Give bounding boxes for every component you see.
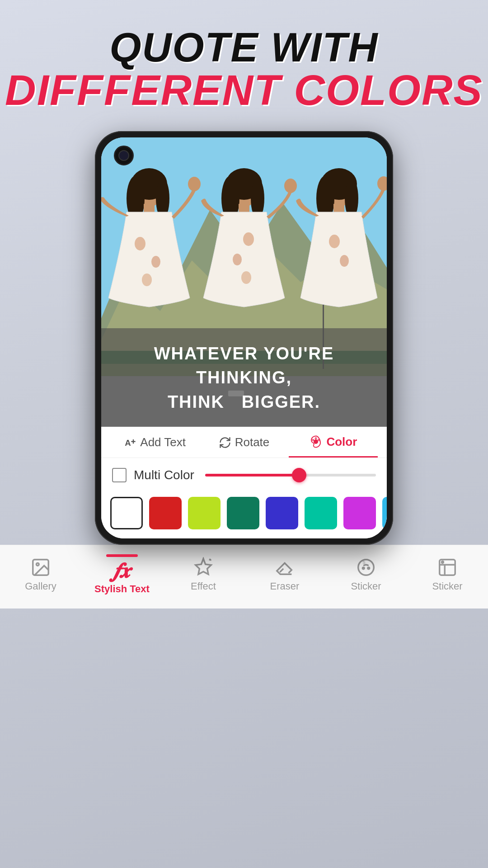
color-swatch-1[interactable]: [149, 497, 182, 529]
color-swatches: [101, 492, 387, 538]
color-slider[interactable]: [205, 474, 376, 476]
sticker2-icon: [437, 557, 458, 578]
svg-point-14: [135, 237, 145, 250]
svg-point-52: [442, 561, 444, 563]
phone-wrapper: WHATEVER YOU'RE THINKING,THINK BIGGER. A: [0, 127, 488, 545]
svg-point-48: [362, 567, 364, 569]
color-swatch-2[interactable]: [188, 497, 221, 529]
header-line1: QUOTE WITH: [0, 27, 488, 68]
svg-point-34: [377, 176, 387, 191]
svg-point-26: [284, 179, 297, 193]
svg-point-47: [358, 560, 374, 576]
svg-point-15: [151, 256, 160, 268]
sticker1-icon: S: [356, 557, 376, 578]
svg-point-23: [243, 232, 254, 246]
svg-point-17: [188, 177, 201, 191]
bottom-panel: A Add Text: [101, 427, 387, 538]
slider-thumb[interactable]: [292, 468, 306, 482]
quote-text: WHATEVER YOU'RE THINKING,THINK BIGGER.: [115, 342, 373, 414]
header-section: QUOTE WITH DIFFFERENT COLORS: [0, 0, 488, 127]
nav-sticker1-label: Sticker: [351, 580, 381, 592]
color-swatch-3[interactable]: [227, 497, 259, 529]
phone-screen: WHATEVER YOU'RE THINKING,THINK BIGGER. A: [101, 137, 387, 538]
svg-point-43: [36, 563, 39, 566]
nav-effect-label: Effect: [191, 580, 216, 592]
svg-text:S: S: [362, 560, 365, 565]
header-line2: DIFFFERENT COLORS: [0, 68, 488, 113]
svg-point-49: [368, 567, 370, 569]
photo-area: WHATEVER YOU'RE THINKING,THINK BIGGER.: [101, 137, 387, 427]
color-swatch-4[interactable]: [266, 497, 298, 529]
tab-add-text-label: Add Text: [140, 435, 186, 449]
tab-add-text[interactable]: A Add Text: [110, 435, 199, 457]
multi-color-row: Multi Color: [101, 458, 387, 492]
multi-color-label: Multi Color: [134, 468, 194, 482]
nav-effect[interactable]: Effect: [163, 557, 244, 592]
eraser-icon: [274, 557, 295, 578]
nav-stylish-text-label: Stylish Text: [94, 583, 150, 595]
svg-line-46: [210, 560, 211, 561]
svg-point-16: [142, 274, 152, 286]
multi-color-checkbox[interactable]: [112, 468, 127, 482]
camera-punch-hole: [114, 146, 134, 165]
nav-gallery[interactable]: Gallery: [0, 557, 81, 592]
fx-icon: 𝒇𝒙: [113, 561, 131, 581]
bottom-nav: Gallery 𝒇𝒙 Stylish Text Effect Eraser: [0, 545, 488, 609]
tab-rotate[interactable]: Rotate: [199, 435, 288, 457]
svg-point-39: [312, 439, 314, 441]
nav-sticker1[interactable]: S Sticker: [325, 557, 407, 592]
color-icon: [309, 435, 323, 448]
svg-point-33: [340, 255, 349, 267]
quote-overlay: WHATEVER YOU'RE THINKING,THINK BIGGER.: [101, 328, 387, 427]
color-swatch-7[interactable]: [382, 497, 387, 529]
phone-mockup: WHATEVER YOU'RE THINKING,THINK BIGGER. A: [95, 131, 393, 545]
svg-rect-31: [333, 204, 344, 213]
svg-point-24: [233, 254, 242, 265]
tabs-row: A Add Text: [101, 427, 387, 458]
svg-marker-44: [196, 559, 211, 575]
svg-rect-22: [239, 204, 249, 213]
color-swatch-6[interactable]: [343, 497, 376, 529]
nav-stylish-text[interactable]: 𝒇𝒙 Stylish Text: [81, 554, 163, 595]
add-text-icon: A: [124, 436, 136, 449]
color-swatch-5[interactable]: [305, 497, 337, 529]
nav-sticker2[interactable]: Sticker: [407, 557, 488, 592]
tab-color-label: Color: [326, 435, 357, 449]
rotate-icon: [219, 436, 231, 449]
gallery-icon: [30, 557, 51, 578]
color-swatch-0[interactable]: [110, 497, 143, 529]
svg-point-38: [314, 439, 318, 444]
nav-eraser[interactable]: Eraser: [244, 557, 325, 592]
svg-point-40: [318, 439, 320, 441]
svg-rect-13: [144, 204, 155, 213]
effect-icon: [193, 557, 214, 578]
nav-eraser-label: Eraser: [270, 580, 300, 592]
nav-sticker2-label: Sticker: [432, 580, 462, 592]
tab-rotate-label: Rotate: [235, 435, 270, 449]
svg-text:A: A: [125, 438, 131, 448]
active-tab-indicator: [106, 554, 138, 557]
svg-point-25: [241, 271, 251, 284]
svg-point-32: [329, 235, 340, 248]
svg-point-41: [315, 437, 317, 439]
tab-color[interactable]: Color: [289, 435, 378, 458]
nav-gallery-label: Gallery: [25, 580, 56, 592]
